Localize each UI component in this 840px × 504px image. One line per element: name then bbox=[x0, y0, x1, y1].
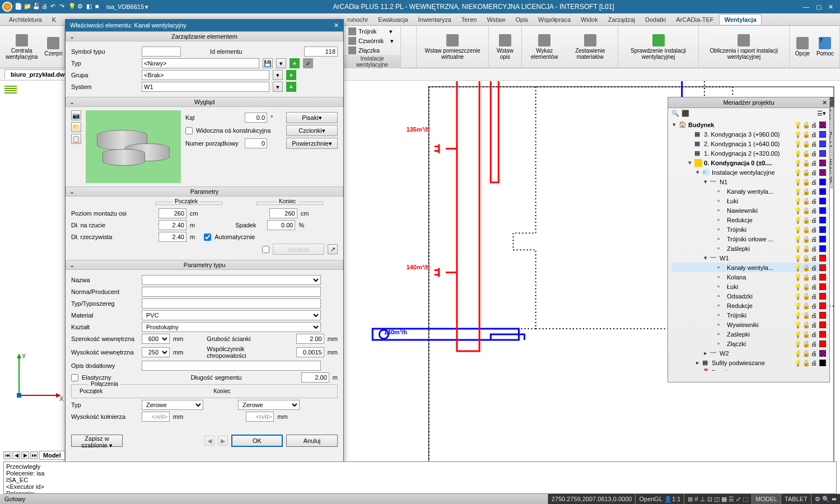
tree-item[interactable]: ▫Kanały wentyla...💡🔒🖨 bbox=[671, 186, 826, 196]
command-line[interactable]: Przeciwległy Polecenie: isa ISA_EC <Exec… bbox=[3, 461, 837, 494]
numer-input[interactable] bbox=[245, 138, 267, 148]
zlaczka-button[interactable]: Złączka bbox=[347, 46, 381, 55]
tree-item[interactable]: ▫Wywiewniki💡🔒🖨 bbox=[671, 320, 826, 329]
view-cam-icon[interactable]: 📷 bbox=[71, 110, 81, 120]
quick-access-toolbar[interactable]: 📄📁💾🖨↶↷💡⚙◧■ bbox=[15, 3, 103, 11]
model-tab[interactable]: Model bbox=[39, 451, 65, 460]
obliczenia-button[interactable]: Obliczenia i raport instalacji wentylacy… bbox=[702, 33, 786, 61]
zapisz-szablon-button[interactable]: Zapisz w szablonie ▾ bbox=[71, 435, 123, 447]
view-copy-icon[interactable]: 📋 bbox=[71, 134, 81, 144]
tree-item[interactable]: ▫Nawiewniki💡🔒🖨 bbox=[671, 206, 826, 215]
section-wyglad[interactable]: ⌄Wygląd bbox=[66, 97, 343, 107]
powierzchnie-button[interactable]: Powierzchnie ▾ bbox=[286, 138, 338, 149]
status-tablet[interactable]: TABLET bbox=[781, 494, 811, 504]
wspol-input[interactable] bbox=[296, 347, 324, 357]
tab-arcadia-tef[interactable]: ArCADia-TEF bbox=[671, 15, 718, 25]
status-tools[interactable]: ⚙ 🔍 ⬌ bbox=[811, 494, 840, 504]
nav-prev-icon[interactable]: ◀ bbox=[12, 451, 20, 459]
izolacja-checkbox[interactable] bbox=[262, 246, 269, 253]
tab-opis[interactable]: Opis bbox=[511, 15, 533, 25]
czerpn-button[interactable]: Czerpn bbox=[42, 36, 64, 58]
typ-dropdown-icon[interactable]: ▾ bbox=[276, 58, 286, 68]
kat-input[interactable] bbox=[245, 113, 267, 123]
tab-wspolpraca[interactable]: Współpraca bbox=[534, 15, 575, 25]
system-add-button[interactable]: + bbox=[286, 82, 296, 92]
maximize-icon[interactable]: ▢ bbox=[816, 3, 822, 11]
grupa-add-button[interactable]: + bbox=[286, 70, 296, 80]
file-tab-active[interactable]: biuro_przykład.dwg bbox=[4, 69, 74, 79]
pm-tool-2[interactable]: ⬛ bbox=[682, 110, 689, 117]
grupa-dropdown-icon[interactable]: ▾ bbox=[273, 70, 283, 80]
nazwa-select[interactable] bbox=[142, 275, 321, 285]
tree-item[interactable]: ▫Odsadzki💡🔒🖨 bbox=[671, 291, 826, 301]
panel-close-icon[interactable]: ✕ bbox=[822, 99, 827, 106]
ksztalt-select[interactable]: Prostokątny bbox=[142, 322, 321, 332]
status-opengl[interactable]: OpenGL 👤 1:1 bbox=[635, 494, 684, 504]
section-zarzadzanie[interactable]: ⌄Zarządzanie elementem bbox=[66, 31, 343, 41]
pomoc-button[interactable]: ?Pomoc bbox=[814, 36, 836, 58]
wstaw-pomieszczenie-button[interactable]: Wstaw pomieszczenie wirtualne bbox=[420, 33, 485, 61]
tree-item[interactable]: ▫Złączki💡🔒🖨 bbox=[671, 339, 826, 348]
wys-input[interactable]: 250 bbox=[142, 347, 170, 357]
tab-dodatki[interactable]: Dodatki bbox=[641, 15, 670, 25]
widoczna-checkbox[interactable] bbox=[185, 127, 193, 134]
pm-tool-1[interactable]: 🔍 bbox=[671, 110, 679, 117]
tab-wentylacja[interactable]: Wentylacja bbox=[719, 14, 761, 25]
tab-wstaw[interactable]: Wstaw bbox=[482, 15, 510, 25]
minimize-icon[interactable]: — bbox=[803, 3, 809, 11]
pm-tool-3[interactable]: ☰▾ bbox=[817, 110, 826, 117]
tree-item[interactable]: ▫Zaślepki💡🔒🖨 bbox=[671, 329, 826, 339]
szer-input[interactable]: 600 bbox=[142, 334, 170, 344]
typ-input[interactable] bbox=[142, 58, 259, 68]
tab-runochr[interactable]: runochr bbox=[343, 15, 372, 25]
poziom-p-input[interactable] bbox=[158, 208, 186, 218]
hamburger-icon[interactable] bbox=[4, 86, 17, 95]
opis-input[interactable] bbox=[142, 361, 321, 371]
tree-item[interactable]: ▫Trójniki💡🔒🖨 bbox=[671, 310, 826, 320]
typ-koniec-select[interactable]: Zerowe bbox=[238, 400, 300, 410]
tree-level[interactable]: ▦1. Kondygnacja 2 (+320.00)💡🔒🖨 bbox=[671, 148, 826, 158]
typ-save-icon[interactable]: 💾 bbox=[263, 58, 273, 68]
opcje-button[interactable]: Opcje bbox=[793, 36, 812, 58]
tree-level[interactable]: ▦3. Kondygnacja 3 (+960.00)💡🔒🖨 bbox=[671, 129, 826, 139]
anuluj-button[interactable]: Anuluj bbox=[286, 435, 338, 447]
ok-button[interactable]: OK bbox=[231, 435, 283, 447]
tree-level[interactable]: ▦2. Kondygnacja 1 (+640.00)💡🔒🖨 bbox=[671, 139, 826, 148]
tree-item[interactable]: ▫Łuki💡🔒🖨 bbox=[671, 282, 826, 291]
tree-item[interactable]: ▫Kolana💡🔒🖨 bbox=[671, 272, 826, 282]
tree-item[interactable]: ▫Redukcje💡🔒🖨 bbox=[671, 215, 826, 225]
system-input[interactable] bbox=[142, 82, 269, 92]
norma-input[interactable] bbox=[142, 287, 321, 297]
elast-checkbox[interactable] bbox=[71, 374, 78, 381]
pisaki-button[interactable]: Pisaki ▾ bbox=[286, 112, 338, 123]
grubosc-input[interactable] bbox=[296, 334, 324, 344]
tab-widok[interactable]: Widok bbox=[576, 15, 603, 25]
nav-first-icon[interactable]: ⏮ bbox=[3, 451, 11, 459]
status-model[interactable]: MODEL bbox=[752, 494, 781, 504]
centrala-button[interactable]: Centrala wentylacyjna bbox=[3, 33, 40, 61]
tab-zarzadzaj[interactable]: Zarządzaj bbox=[604, 15, 640, 25]
typoszereg-input[interactable] bbox=[142, 298, 321, 309]
auto-checkbox[interactable] bbox=[204, 234, 211, 241]
dl-rzecz-input[interactable] bbox=[158, 232, 186, 242]
czcionki-button[interactable]: Czcionki ▾ bbox=[286, 125, 338, 136]
wykaz-elementow-button[interactable]: Wykaz elementów bbox=[525, 33, 564, 61]
tree-item[interactable]: ▫Redukcje💡🔒🖨 bbox=[671, 301, 826, 310]
close-icon[interactable]: ✕ bbox=[828, 3, 833, 11]
typ-check-icon[interactable]: ✓ bbox=[303, 58, 313, 68]
czwornik-button[interactable]: Czwórnik▾ bbox=[347, 36, 395, 45]
grupa-input[interactable] bbox=[142, 70, 269, 80]
izolacja-popup-icon[interactable]: ↗ bbox=[328, 244, 338, 254]
tab-k[interactable]: K bbox=[48, 15, 60, 25]
typ-add-button[interactable]: + bbox=[290, 58, 300, 68]
tab-teren[interactable]: Teren bbox=[457, 15, 482, 25]
nav-last-icon[interactable]: ⏭ bbox=[30, 451, 38, 459]
dialog-close-icon[interactable]: ✕ bbox=[334, 22, 339, 29]
project-tree[interactable]: ▾🏠Budynek💡🔒🖨 ▦3. Kondygnacja 3 (+960.00)… bbox=[668, 119, 829, 371]
symbol-typu-input[interactable] bbox=[142, 46, 181, 57]
wstaw-opis-button[interactable]: Wstaw opis bbox=[492, 33, 518, 61]
tree-item[interactable]: ▫Łuki💡🔒🖨 bbox=[671, 196, 826, 206]
view-folder-icon[interactable]: 📁 bbox=[71, 122, 81, 132]
material-select[interactable]: PVC bbox=[142, 310, 321, 320]
status-toggles[interactable]: ⊞ # ⊥ ⊡ ◫ ▦ ☰ ⤢ ⬚ bbox=[684, 494, 752, 504]
